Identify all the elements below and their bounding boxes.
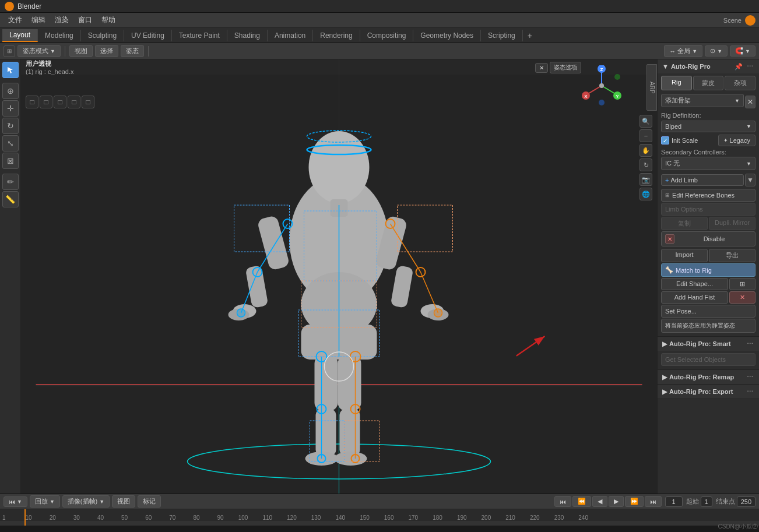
orbit-button[interactable]: ↻ xyxy=(639,158,652,171)
play-btn[interactable]: ▶ xyxy=(609,496,624,507)
tab-sculpting[interactable]: Sculpting xyxy=(81,30,124,41)
select-tool[interactable] xyxy=(2,62,19,78)
export-button[interactable]: 导出 xyxy=(709,249,756,262)
tab-modeling[interactable]: Modeling xyxy=(38,30,81,41)
interpolation-dropdown[interactable]: 回放 ▼ xyxy=(30,495,60,508)
apply-rest-pose-button[interactable]: 将当前姿态应用为静置姿态 xyxy=(661,319,756,333)
mark-menu[interactable]: 标记 xyxy=(138,495,161,508)
playback-mode-dropdown[interactable]: ⏮ ▼ xyxy=(3,496,27,507)
edit-shape-icon-btn[interactable]: ⊞ xyxy=(729,278,756,290)
pan-button[interactable]: ✋ xyxy=(639,144,652,157)
match-to-rig-button[interactable]: 🦴 Match to Rig xyxy=(661,263,756,277)
tab-geometry-nodes[interactable]: Geometry Nodes xyxy=(413,30,481,41)
current-frame-display[interactable]: 1 xyxy=(665,496,683,507)
tab-layout[interactable]: Layout xyxy=(2,29,38,42)
set-pose-button[interactable]: Set Pose... xyxy=(661,305,756,318)
menu-window[interactable]: 窗口 xyxy=(73,14,97,26)
scale-tool[interactable]: ⤡ xyxy=(2,135,19,152)
tab-animation[interactable]: Animation xyxy=(268,30,313,41)
transform-dropdown[interactable]: ↔全局▼ xyxy=(664,45,702,57)
smart-more-icon[interactable]: ⋯ xyxy=(745,339,754,348)
pivot-dropdown[interactable]: ⊙▼ xyxy=(705,45,728,57)
tab-shading[interactable]: Shading xyxy=(227,30,268,41)
title-bar: Blender xyxy=(0,0,759,13)
viewport-gizmo[interactable]: Z Y X xyxy=(581,65,622,106)
init-scale-checkbox[interactable]: ✓ xyxy=(661,136,669,145)
view-menu[interactable]: 视图 xyxy=(69,45,93,57)
tab-compositing[interactable]: Compositing xyxy=(360,30,414,41)
svg-text:Y: Y xyxy=(616,94,619,99)
rig-definition-dropdown[interactable]: Biped ▼ xyxy=(661,121,756,132)
add-workspace-button[interactable]: + xyxy=(523,29,537,42)
add-limb-button[interactable]: + Add Limb xyxy=(661,174,744,186)
end-frame-input[interactable]: 250 xyxy=(737,496,756,507)
header-toolbar: ⊞ 姿态模式 ▼ 视图 选择 姿态 ↔全局▼ ⊙▼ 🧲▼ xyxy=(0,43,759,59)
user-avatar xyxy=(745,15,756,26)
edit-reference-bones-button[interactable]: ⊞ Edit Reference Bones xyxy=(661,189,756,202)
go-end-btn[interactable]: ⏭ xyxy=(645,496,662,507)
editor-type-icon[interactable]: ⊞ xyxy=(3,45,15,57)
panel-pin-icon[interactable]: 📌 xyxy=(734,62,743,71)
tab-rig[interactable]: Rig xyxy=(661,76,692,90)
zoom-in-button[interactable]: 🔍 xyxy=(639,115,652,128)
svg-rect-23 xyxy=(340,409,360,456)
dupli-mirror-button[interactable]: Dupli. Mirror xyxy=(709,217,756,230)
get-selected-objects-button[interactable]: Get Selected Objects xyxy=(661,353,756,366)
transform-tool[interactable]: ⊠ xyxy=(2,153,19,169)
markers-dropdown[interactable]: 插像(插帧) ▼ xyxy=(62,495,110,508)
rotate-tool[interactable]: ↻ xyxy=(2,118,19,134)
legacy-button[interactable]: ✦ Legacy xyxy=(718,135,756,146)
tab-texture-paint[interactable]: Texture Paint xyxy=(172,30,227,41)
camera-button[interactable]: 📷 xyxy=(639,173,652,186)
go-start-btn[interactable]: ⏮ xyxy=(554,496,571,507)
start-frame-input[interactable]: 1 xyxy=(701,496,712,507)
add-hand-fist-close-btn[interactable]: ✕ xyxy=(729,291,756,304)
disable-button[interactable]: Disable xyxy=(677,235,751,242)
prev-keyframe-btn[interactable]: ⏪ xyxy=(572,496,591,507)
next-keyframe-btn[interactable]: ⏩ xyxy=(625,496,644,507)
pose-menu[interactable]: 姿态 xyxy=(121,45,144,57)
cursor-tool[interactable]: ⊕ xyxy=(2,83,19,99)
remap-more-icon[interactable]: ⋯ xyxy=(745,372,754,382)
annotate-tool[interactable]: ✏ xyxy=(2,174,19,190)
add-skeleton-close-btn[interactable]: ✕ xyxy=(745,96,756,108)
add-skeleton-dropdown[interactable]: 添加骨架 ▼ xyxy=(661,94,744,107)
import-button[interactable]: Import xyxy=(661,249,708,262)
edit-shape-button[interactable]: Edit Shape... xyxy=(661,278,728,290)
arp-export-header[interactable]: ▶ Auto-Rig Pro: Export ⋯ xyxy=(658,385,759,399)
tab-misc[interactable]: 杂项 xyxy=(725,76,756,90)
play-reverse-btn[interactable]: ◀ xyxy=(592,496,607,507)
export-more-icon[interactable]: ⋯ xyxy=(745,387,754,396)
menu-edit[interactable]: 编辑 xyxy=(27,14,50,26)
view-menu-footer[interactable]: 视图 xyxy=(112,495,135,508)
measure-tool[interactable]: 📏 xyxy=(2,191,19,207)
panel-more-icon[interactable]: ⋯ xyxy=(745,62,754,71)
start-frame-row: 起始 1 xyxy=(686,496,712,507)
menu-render[interactable]: 渲染 xyxy=(50,14,73,26)
menu-help[interactable]: 帮助 xyxy=(97,14,120,26)
select-menu[interactable]: 选择 xyxy=(95,45,118,57)
zoom-out-button[interactable]: − xyxy=(639,129,652,142)
tab-skin[interactable]: 蒙皮 xyxy=(693,76,724,90)
move-tool[interactable]: ✛ xyxy=(2,100,19,117)
add-limb-expand-btn[interactable]: ▼ xyxy=(745,174,756,186)
tab-rendering[interactable]: Rendering xyxy=(313,30,360,41)
mode-dropdown[interactable]: 姿态模式 ▼ xyxy=(17,45,61,57)
world-button[interactable]: 🌐 xyxy=(639,188,652,200)
timeline[interactable]: 1 10 20 30 40 50 60 70 80 90 100 110 120… xyxy=(0,509,759,526)
arp-smart-header[interactable]: ▶ Auto-Rig Pro: Smart ⋯ xyxy=(658,337,759,351)
arp-remap-header[interactable]: ▶ Auto-Rig Pro: Remap ⋯ xyxy=(658,370,759,384)
arp-section-header[interactable]: ▼ Auto-Rig Pro 📌 ⋯ xyxy=(658,59,759,73)
secondary-ctrl-dropdown[interactable]: IC 无 ▼ xyxy=(661,157,756,170)
snap-dropdown[interactable]: 🧲▼ xyxy=(730,45,756,57)
add-hand-fist-button[interactable]: Add Hand Fist xyxy=(661,291,728,304)
tab-uv-editing[interactable]: UV Editing xyxy=(124,30,172,41)
arp-side-label[interactable]: ARP xyxy=(646,64,657,111)
disable-x-icon[interactable]: ✕ xyxy=(665,234,674,244)
viewport-3d[interactable]: 用户透视 (1) rig : c_head.x ✕ 姿态选项 □ □ □ □ □ xyxy=(21,59,657,494)
character-3d-view xyxy=(21,59,657,494)
menu-file[interactable]: 文件 xyxy=(3,14,27,26)
copy-button[interactable]: 复制 xyxy=(661,217,708,230)
limb-options-button[interactable]: Limb Options xyxy=(661,203,756,216)
tab-scripting[interactable]: Scripting xyxy=(481,30,523,41)
